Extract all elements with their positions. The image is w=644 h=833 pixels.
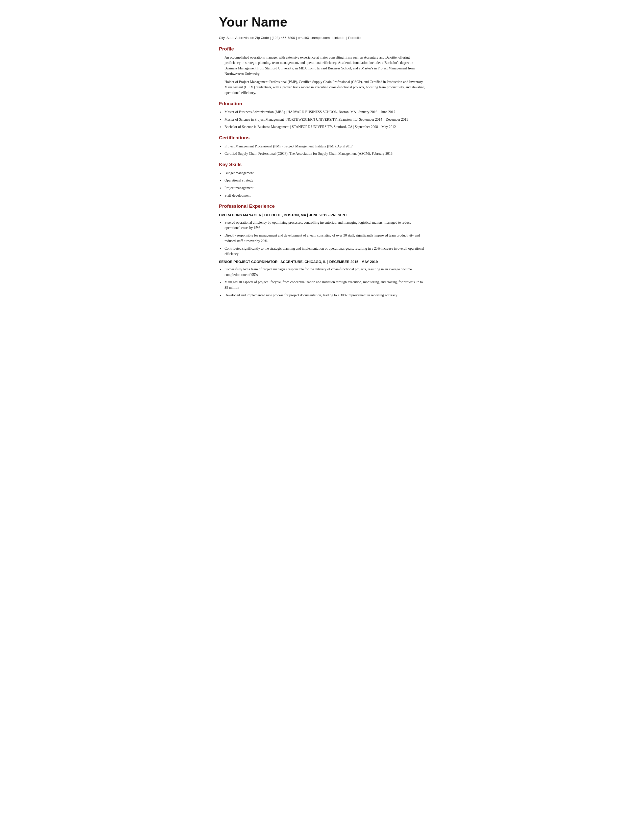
- professional-experience-section: Professional Experience OPERATIONS MANAG…: [219, 203, 425, 298]
- list-item: Bachelor of Science in Business Manageme…: [219, 124, 425, 130]
- education-list: Master of Business Administration (MBA) …: [219, 109, 425, 130]
- list-item: Staff development: [219, 193, 425, 198]
- list-item: Steered operational efficiency by optimi…: [219, 220, 425, 231]
- profile-para-1: An accomplished operations manager with …: [219, 55, 425, 77]
- list-item: Successfully led a team of project manag…: [219, 267, 425, 277]
- job-title-2: SENIOR PROJECT COORDINATOR | ACCENTURE, …: [219, 259, 425, 265]
- job-2-bullets: Successfully led a team of project manag…: [219, 267, 425, 298]
- list-item: Budget management: [219, 170, 425, 176]
- professional-experience-heading: Professional Experience: [219, 203, 425, 210]
- profile-heading: Profile: [219, 45, 425, 53]
- key-skills-list: Budget management Operational strategy P…: [219, 170, 425, 198]
- key-skills-heading: Key Skills: [219, 161, 425, 168]
- education-section: Education Master of Business Administrat…: [219, 100, 425, 130]
- list-item: Master of Science in Project Management …: [219, 117, 425, 122]
- name-heading: Your Name: [219, 12, 425, 32]
- list-item: Project Management Professional (PMP), P…: [219, 144, 425, 149]
- contact-line: City, State Abbreviation Zip Code | (123…: [219, 35, 425, 40]
- job-1-bullets: Steered operational efficiency by optimi…: [219, 220, 425, 257]
- list-item: Project management: [219, 185, 425, 191]
- profile-section: Profile An accomplished operations manag…: [219, 45, 425, 95]
- list-item: Managed all aspects of project lifecycle…: [219, 280, 425, 290]
- list-item: Contributed significantly to the strateg…: [219, 246, 425, 257]
- certifications-list: Project Management Professional (PMP), P…: [219, 144, 425, 156]
- certifications-section: Certifications Project Management Profes…: [219, 134, 425, 156]
- profile-para-2: Holder of Project Management Professiona…: [219, 79, 425, 96]
- list-item: Developed and implemented new process fo…: [219, 293, 425, 298]
- key-skills-section: Key Skills Budget management Operational…: [219, 161, 425, 198]
- list-item: Master of Business Administration (MBA) …: [219, 109, 425, 115]
- list-item: Operational strategy: [219, 178, 425, 183]
- education-heading: Education: [219, 100, 425, 108]
- certifications-heading: Certifications: [219, 134, 425, 142]
- header-divider: [219, 33, 425, 33]
- list-item: Directly responsible for management and …: [219, 233, 425, 244]
- job-title-1: OPERATIONS MANAGER | DELOITTE, BOSTON, M…: [219, 212, 425, 218]
- list-item: Certified Supply Chain Professional (CSC…: [219, 151, 425, 156]
